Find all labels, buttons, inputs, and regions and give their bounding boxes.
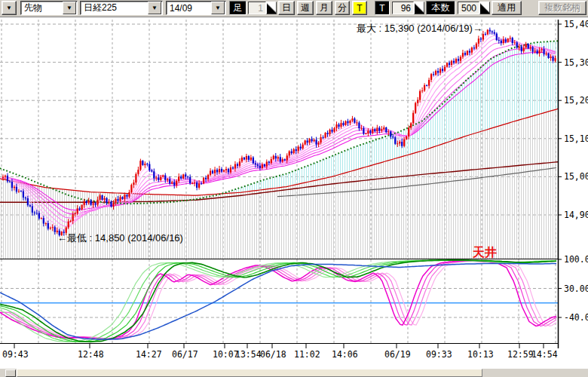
y-axis-label: 15,200 xyxy=(564,95,588,106)
t-value-spinner-icon[interactable] xyxy=(414,2,424,14)
instrument-type-value: 先物 xyxy=(21,2,63,14)
toolbar: ▼ 先物 ▼ 日経225 ▼ 14/09 ▼ 足 1 日 週 月 分 T T 9… xyxy=(0,0,588,17)
x-axis-label: 14:06 xyxy=(332,349,358,360)
min-annotation: ←最低 : 14,850 (2014/06/16) xyxy=(57,232,183,244)
interval-spinner-icon[interactable] xyxy=(266,2,277,14)
multi-symbol-button[interactable]: 複数銘柄 xyxy=(538,1,586,15)
chevron-down-icon[interactable]: ▼ xyxy=(148,2,161,14)
chevron-down-icon[interactable]: ▼ xyxy=(63,2,76,14)
x-axis-label: 06/17 xyxy=(172,349,198,360)
x-axis-label: 12:59 xyxy=(507,349,534,360)
tick-toggle-button[interactable]: T xyxy=(352,1,367,15)
y-axis-label: 14,900 xyxy=(564,210,588,220)
osc-axis-label: 100.00 xyxy=(564,254,588,265)
apply-button[interactable]: 適用 xyxy=(492,1,522,15)
interval-minute-button[interactable]: 分 xyxy=(335,1,350,15)
x-axis-label: 09:43 xyxy=(2,349,29,360)
interval-month-button[interactable]: 月 xyxy=(316,1,332,15)
max-annotation: 最大 : 15,390 (2014/06/19)→ xyxy=(357,23,482,34)
x-axis-label: 10:13 xyxy=(467,349,494,360)
window-dropdown-button[interactable]: ▼ xyxy=(2,1,17,15)
osc-axis-label: 30.00 xyxy=(564,284,588,294)
interval-input[interactable]: 1 xyxy=(248,2,266,14)
contract-month-select[interactable]: 14/09 ▼ xyxy=(166,1,226,15)
symbol-select[interactable]: 日経225 ▼ xyxy=(80,1,163,15)
scrollbar-thumb[interactable] xyxy=(17,369,482,377)
interval-day-button[interactable]: 日 xyxy=(278,1,295,15)
x-axis-label: 06/19 xyxy=(384,349,411,360)
scroll-left-button[interactable] xyxy=(5,369,16,377)
x-axis-label: 09:33 xyxy=(426,349,452,360)
bars-value-input[interactable]: 500 xyxy=(458,2,479,14)
x-axis-label: 12:48 xyxy=(78,349,104,360)
chart-area[interactable]: 15,40015,30015,20015,10015,00014,900100.… xyxy=(0,17,588,377)
t-label: T xyxy=(375,1,390,15)
instrument-type-select[interactable]: 先物 ▼ xyxy=(20,1,78,15)
horizontal-scrollbar[interactable] xyxy=(0,369,588,377)
symbol-value: 日経225 xyxy=(81,2,148,14)
y-axis-label: 15,000 xyxy=(564,171,588,182)
chart-canvas[interactable]: 15,40015,30015,20015,10015,00014,900100.… xyxy=(0,17,588,377)
x-axis-label: 14:54 xyxy=(531,349,558,360)
ashi-label: 足 xyxy=(229,1,247,15)
oscillator-layer xyxy=(0,260,558,342)
bars-label: 本数 xyxy=(426,1,455,15)
x-axis-label: 13:54 xyxy=(235,349,262,360)
osc-axis-label: -40.00 xyxy=(564,312,588,323)
t-value-input[interactable]: 96 xyxy=(392,2,414,14)
x-axis-label: 06/18 xyxy=(260,349,286,360)
interval-week-button[interactable]: 週 xyxy=(297,1,314,15)
y-axis-label: 15,400 xyxy=(564,19,588,29)
y-axis-label: 15,100 xyxy=(564,133,588,144)
x-axis-label: 14:27 xyxy=(136,349,162,360)
contract-month-value: 14/09 xyxy=(167,3,211,14)
y-axis-label: 15,300 xyxy=(564,57,588,68)
ceiling-annotation: 天井 xyxy=(472,246,497,259)
bars-value-spinner-icon[interactable] xyxy=(479,2,490,14)
chevron-down-icon[interactable]: ▼ xyxy=(211,2,225,14)
x-axis-label: 11:02 xyxy=(294,349,320,360)
chevron-down-icon: ▼ xyxy=(6,5,12,11)
